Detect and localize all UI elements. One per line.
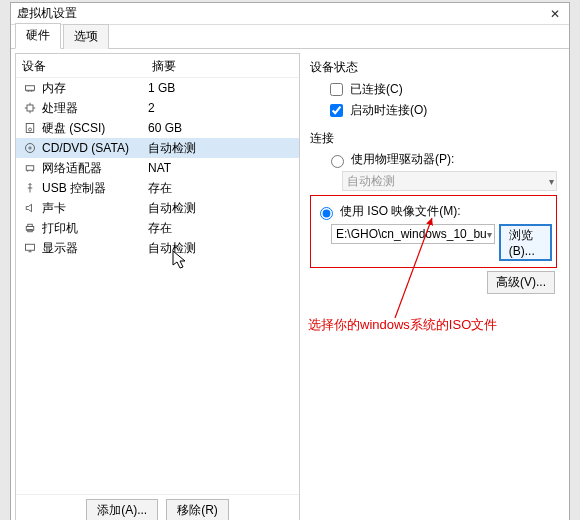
device-summary: 1 GB: [148, 81, 293, 95]
device-summary: 自动检测: [148, 140, 293, 157]
svg-rect-8: [28, 224, 33, 226]
tabstrip: 硬件 选项: [11, 25, 569, 49]
device-label: CD/DVD (SATA): [42, 141, 129, 155]
use-iso-input[interactable]: [320, 207, 333, 220]
device-row[interactable]: 打印机存在: [16, 218, 299, 238]
svg-rect-6: [26, 166, 34, 171]
chevron-down-icon: ▾: [487, 229, 492, 240]
disk-icon: [22, 122, 38, 134]
device-buttons: 添加(A)... 移除(R): [16, 494, 299, 520]
svg-point-3: [29, 128, 32, 131]
device-row[interactable]: 网络适配器NAT: [16, 158, 299, 178]
device-label: USB 控制器: [42, 180, 106, 197]
use-physical-radio[interactable]: 使用物理驱动器(P):: [326, 151, 557, 168]
device-status-group: 设备状态: [310, 59, 557, 76]
chevron-down-icon: ▾: [549, 176, 554, 187]
device-row[interactable]: 声卡自动检测: [16, 198, 299, 218]
svg-rect-0: [26, 86, 35, 91]
titlebar: 虚拟机设置 ✕: [11, 3, 569, 25]
annotation-text: 选择你的windows系统的ISO文件: [308, 316, 497, 334]
device-label: 打印机: [42, 220, 78, 237]
memory-icon: [22, 82, 38, 94]
connect-at-power-input[interactable]: [330, 104, 343, 117]
device-label: 内存: [42, 80, 66, 97]
device-row[interactable]: 硬盘 (SCSI)60 GB: [16, 118, 299, 138]
device-summary: 60 GB: [148, 121, 293, 135]
device-summary: NAT: [148, 161, 293, 175]
svg-point-5: [29, 147, 31, 149]
device-row[interactable]: USB 控制器存在: [16, 178, 299, 198]
close-button[interactable]: ✕: [541, 3, 569, 25]
col-summary: 摘要: [152, 58, 176, 75]
sound-icon: [22, 202, 38, 214]
browse-button[interactable]: 浏览(B)...: [499, 224, 552, 261]
connected-checkbox[interactable]: 已连接(C): [326, 80, 557, 99]
svg-rect-1: [27, 105, 33, 111]
connected-input[interactable]: [330, 83, 343, 96]
device-label: 显示器: [42, 240, 78, 257]
device-label: 网络适配器: [42, 160, 102, 177]
tab-options[interactable]: 选项: [63, 24, 109, 49]
close-icon: ✕: [550, 7, 560, 21]
device-summary: 自动检测: [148, 200, 293, 217]
net-icon: [22, 162, 38, 174]
device-summary: 存在: [148, 220, 293, 237]
svg-point-4: [26, 144, 35, 153]
device-summary: 存在: [148, 180, 293, 197]
printer-icon: [22, 222, 38, 234]
device-row[interactable]: 显示器自动检测: [16, 238, 299, 258]
physical-drive-combo: 自动检测 ▾: [342, 171, 557, 191]
add-button[interactable]: 添加(A)...: [86, 499, 158, 520]
window-title: 虚拟机设置: [17, 5, 77, 22]
remove-button[interactable]: 移除(R): [166, 499, 229, 520]
device-row[interactable]: CD/DVD (SATA)自动检测: [16, 138, 299, 158]
device-label: 处理器: [42, 100, 78, 117]
device-summary: 自动检测: [148, 240, 293, 257]
connection-group: 连接: [310, 130, 557, 147]
use-iso-radio[interactable]: 使用 ISO 映像文件(M):: [315, 203, 552, 220]
vm-settings-window: 虚拟机设置 ✕ 硬件 选项 设备 摘要 内存1 GB处理器2硬盘 (SCSI)6…: [10, 2, 570, 520]
usb-icon: [22, 182, 38, 194]
detail-panel: 设备状态 已连接(C) 启动时连接(O) 连接 使用物理驱动器(P):: [300, 53, 565, 520]
advanced-button[interactable]: 高级(V)...: [487, 271, 555, 294]
device-row[interactable]: 处理器2: [16, 98, 299, 118]
cd-icon: [22, 142, 38, 154]
device-panel: 设备 摘要 内存1 GB处理器2硬盘 (SCSI)60 GBCD/DVD (SA…: [15, 53, 300, 520]
connect-at-power-checkbox[interactable]: 启动时连接(O): [326, 101, 557, 120]
col-device: 设备: [22, 58, 152, 75]
use-physical-input[interactable]: [331, 155, 344, 168]
tab-hardware[interactable]: 硬件: [15, 23, 61, 49]
dialog-body: 设备 摘要 内存1 GB处理器2硬盘 (SCSI)60 GBCD/DVD (SA…: [11, 49, 569, 520]
device-row[interactable]: 内存1 GB: [16, 78, 299, 98]
device-label: 硬盘 (SCSI): [42, 120, 105, 137]
device-list[interactable]: 内存1 GB处理器2硬盘 (SCSI)60 GBCD/DVD (SATA)自动检…: [16, 78, 299, 494]
device-label: 声卡: [42, 200, 66, 217]
iso-path-combo[interactable]: E:\GHO\cn_windows_10_bu ▾: [331, 224, 495, 244]
device-list-header: 设备 摘要: [16, 54, 299, 78]
annotation-highlight-box: 使用 ISO 映像文件(M): E:\GHO\cn_windows_10_bu …: [310, 195, 557, 268]
svg-rect-10: [26, 244, 35, 250]
display-icon: [22, 242, 38, 254]
device-summary: 2: [148, 101, 293, 115]
cpu-icon: [22, 102, 38, 114]
